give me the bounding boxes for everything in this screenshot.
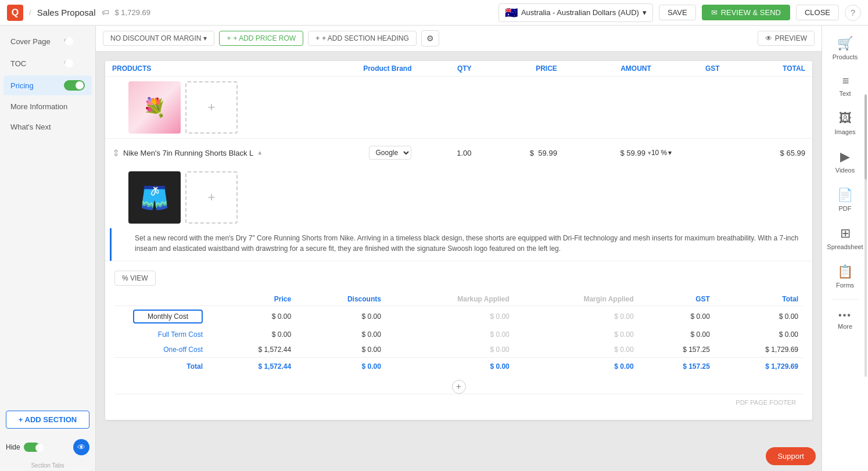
- oneoff-margin: $ 0.00: [514, 342, 639, 358]
- oneoff-discounts: $ 0.00: [296, 342, 386, 358]
- sort-up-icon[interactable]: ▲: [257, 150, 263, 156]
- send-icon: ✉: [711, 8, 718, 17]
- add-section-button[interactable]: + ADD SECTION: [6, 411, 89, 429]
- amount-value: $ 59.99: [620, 149, 645, 157]
- images-label: Images: [834, 128, 855, 135]
- total-label: Total: [114, 358, 207, 375]
- summary-section: % VIEW Price Discounts Markup Applied Ma…: [105, 261, 812, 420]
- support-button[interactable]: Support: [766, 447, 816, 465]
- save-button[interactable]: SAVE: [659, 5, 696, 20]
- pricing-toggle[interactable]: [64, 80, 85, 91]
- table-row: 💐 +: [105, 77, 812, 139]
- product-image-shorts[interactable]: 🩳: [128, 171, 181, 224]
- total-price: $ 1,729.69: [115, 8, 150, 17]
- total-value: $ 65.99: [780, 149, 805, 157]
- pdf-icon: 📄: [837, 188, 853, 203]
- topbar: Q / Sales Proposal 🏷 $ 1,729.69 🇦🇺 Austr…: [0, 0, 868, 26]
- monthly-gst: $ 0.00: [639, 306, 715, 328]
- preview-button[interactable]: 👁 PREVIEW: [758, 31, 815, 46]
- total-gst: $ 157.25: [639, 358, 715, 375]
- sort-arrows: ▲: [257, 150, 263, 156]
- chevron-down-icon: ▾: [643, 8, 647, 17]
- eye-icon: 👁: [64, 36, 72, 45]
- monthly-margin: $ 0.00: [514, 306, 639, 328]
- toc-toggle[interactable]: 👁: [64, 58, 85, 69]
- percent-view-button[interactable]: % VIEW: [114, 271, 156, 286]
- product-description: Set a new record with the men's Dry 7" C…: [110, 228, 812, 261]
- whats-next-label: What's Next: [10, 123, 51, 131]
- more-icon: •••: [838, 310, 852, 321]
- sidebar-right-item-more[interactable]: ••• More: [822, 304, 868, 336]
- add-price-row-button[interactable]: + + ADD PRICE ROW: [219, 31, 303, 46]
- monthly-total: $ 0.00: [715, 306, 803, 328]
- monthly-markup: $ 0.00: [386, 306, 514, 328]
- fullterm-label: Full Term Cost: [114, 327, 207, 342]
- sidebar-right-item-text[interactable]: ≡ Text: [822, 69, 868, 103]
- price-cell: $ 59.99: [472, 149, 557, 157]
- sidebar-right-item-videos[interactable]: ▶ Videos: [822, 143, 868, 179]
- qty-cell[interactable]: 1.00: [411, 149, 471, 157]
- hide-toggle[interactable]: [24, 443, 40, 452]
- close-button[interactable]: CLOSE: [796, 5, 839, 20]
- region-label: Australia - Australian Dollars (AUD): [521, 8, 639, 17]
- product-images-row2: 🩳 +: [105, 167, 812, 228]
- section-tabs-eye-button[interactable]: 👁: [73, 439, 89, 455]
- hide-label: Hide: [6, 443, 20, 451]
- total-cell: $ 65.99: [720, 149, 805, 157]
- preview-label: PREVIEW: [775, 34, 807, 42]
- sidebar-item-toc[interactable]: TOC 👁: [3, 53, 92, 73]
- app-logo[interactable]: Q: [7, 5, 23, 21]
- add-image-button-2[interactable]: +: [185, 171, 238, 224]
- oneoff-price: $ 1,572.44: [207, 342, 296, 358]
- sidebar-right-item-images[interactable]: 🖼 Images: [822, 105, 868, 141]
- add-summary-row-button[interactable]: +: [452, 380, 466, 394]
- summary-header-gst: GST: [639, 293, 715, 306]
- help-button[interactable]: ?: [845, 5, 861, 21]
- hide-section-tabs[interactable]: Hide: [6, 443, 40, 452]
- brand-cell: Google: [326, 146, 411, 160]
- shorts-row-main: ⇕ Nike Men's 7in Running Shorts Black L …: [105, 139, 812, 167]
- region-selector[interactable]: 🇦🇺 Australia - Australian Dollars (AUD) …: [498, 3, 653, 22]
- brand-select[interactable]: Google: [369, 146, 411, 160]
- drag-handle-icon[interactable]: ⇕: [112, 148, 120, 159]
- product-image-flower[interactable]: 💐: [128, 81, 181, 134]
- pricing-label: Pricing: [10, 81, 34, 90]
- flag-icon: 🇦🇺: [505, 6, 518, 19]
- header-price: PRICE: [472, 64, 557, 73]
- price-value: 59.99: [538, 149, 557, 157]
- fullterm-price: $ 0.00: [207, 327, 296, 342]
- sidebar-left: Cover Page 👁 TOC 👁 Pricing More Informat…: [0, 26, 96, 471]
- header-amount: AMOUNT: [557, 64, 651, 73]
- plus-icon: +: [208, 100, 216, 115]
- document-title: Sales Proposal: [37, 8, 96, 17]
- topbar-separator: /: [29, 8, 31, 17]
- total-total: $ 1,729.69: [715, 358, 803, 375]
- summary-header-empty: [114, 293, 207, 306]
- sidebar-item-more-information[interactable]: More Information: [3, 98, 92, 116]
- sidebar-right-item-forms[interactable]: 📋 Forms: [822, 258, 868, 294]
- gst-cell[interactable]: 10 % ▾: [651, 149, 720, 157]
- summary-header-total: Total: [715, 293, 803, 306]
- cover-page-toggle[interactable]: 👁: [64, 36, 85, 46]
- add-section-heading-button[interactable]: + + ADD SECTION HEADING: [308, 31, 417, 46]
- sidebar-item-cover-page[interactable]: Cover Page 👁: [3, 31, 92, 51]
- sidebar-right: 🛒 Products ≡ Text 🖼 Images ▶ Videos 📄 PD…: [822, 26, 868, 471]
- products-label: Products: [833, 53, 858, 60]
- review-send-button[interactable]: ✉ REVIEW & SEND: [702, 5, 790, 20]
- add-image-button[interactable]: +: [185, 81, 238, 134]
- eye-blue-icon: 👁: [77, 443, 85, 452]
- settings-button[interactable]: ⚙: [421, 30, 439, 46]
- sidebar-item-whats-next[interactable]: What's Next: [3, 118, 92, 136]
- total-price: $ 1,572.44: [207, 358, 296, 375]
- sidebar-right-item-products[interactable]: 🛒 Products: [822, 30, 868, 66]
- toolbar: NO DISCOUNT OR MARGIN ▾ + + ADD PRICE RO…: [96, 26, 822, 52]
- monthly-cost-input[interactable]: [133, 310, 203, 323]
- monthly-discounts: $ 0.00: [296, 306, 386, 328]
- sidebar-right-item-pdf[interactable]: 📄 PDF: [822, 182, 868, 218]
- more-label: More: [838, 323, 852, 330]
- discount-margin-button[interactable]: NO DISCOUNT OR MARGIN ▾: [103, 31, 214, 46]
- discount-margin-label: NO DISCOUNT OR MARGIN: [110, 34, 201, 42]
- sidebar-item-pricing[interactable]: Pricing: [3, 75, 92, 95]
- sidebar-right-item-spreadsheet[interactable]: ⊞ Spreadsheet: [822, 220, 868, 256]
- monthly-label-cell: [114, 306, 207, 328]
